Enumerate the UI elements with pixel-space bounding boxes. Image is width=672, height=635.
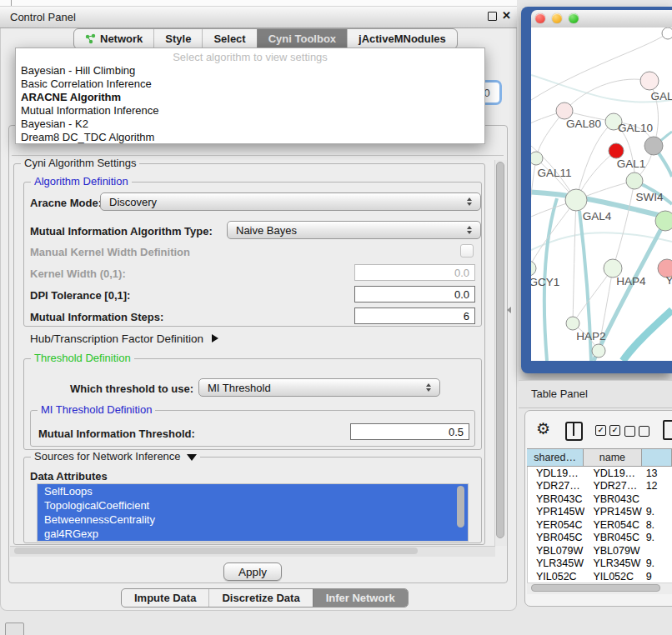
dropdown-item-mutual-information-inference[interactable]: Mutual Information Inference [16, 104, 484, 118]
table-row[interactable]: YDR27…YDR27…12 [528, 480, 672, 493]
table-row[interactable]: YBR045CYBR045C9. [528, 532, 672, 545]
table-cell: YDL19… [584, 468, 642, 479]
tab-infer-network[interactable]: Infer Network [313, 589, 408, 607]
table-cell: 9. [643, 506, 672, 518]
data-attributes-list[interactable]: SelfLoopsTopologicalCoefficientBetweenne… [37, 483, 469, 542]
network-edge [573, 200, 576, 323]
close-light[interactable] [535, 13, 545, 23]
split-view-icon[interactable] [565, 422, 583, 441]
tab-impute-data[interactable]: Impute Data [122, 589, 208, 607]
data-attributes-label: Data Attributes [30, 470, 108, 482]
column-header-name[interactable]: name [584, 449, 641, 466]
network-node[interactable] [662, 28, 672, 39]
deselect-all-icon[interactable] [624, 426, 649, 437]
attribute-item-gal4rgexp[interactable]: gal4RGexp [38, 527, 468, 541]
table-cell: YLR345W [584, 558, 642, 569]
network-icon [85, 33, 96, 44]
network-node-gal80[interactable] [556, 102, 573, 119]
tab-label: Style [165, 32, 191, 45]
aracne-mode-value: Discovery [101, 196, 462, 208]
table-row[interactable]: YPR145WYPR145W9. [528, 506, 672, 519]
settings-hscrollbar-thumb[interactable] [14, 548, 418, 554]
select-all-icon[interactable]: ✓✓ [595, 425, 620, 436]
dropdown-item-basic-correlation-inference[interactable]: Basic Correlation Inference [16, 78, 484, 91]
kernel-width-field[interactable] [354, 264, 475, 281]
table-icon[interactable] [663, 420, 672, 440]
screen: Control Panel ✕ NetworkStyleSelectCyni T… [0, 0, 672, 635]
tab-cyni-toolbox[interactable]: Cyni Toolbox [257, 29, 347, 48]
tab-select[interactable]: Select [202, 29, 256, 48]
mi-threshold-field[interactable] [350, 423, 469, 440]
gear-icon[interactable]: ⚙ [536, 419, 550, 438]
attribute-item-topologicalcoefficient[interactable]: TopologicalCoefficient [38, 498, 468, 512]
network-node[interactable] [592, 344, 605, 358]
table-body[interactable]: YDL19…YDL19…13YDR27…YDR27…12YBR043CYBR04… [527, 467, 672, 582]
table-header-row: shared…name [527, 448, 672, 467]
cyni-algorithm-settings-legend: Cyni Algorithm Settings [21, 157, 139, 169]
minimized-panel-icon[interactable] [5, 622, 24, 635]
minimize-light[interactable] [552, 13, 562, 23]
sources-legend[interactable]: Sources for Network Inference [31, 450, 200, 462]
network-node-label: GAL1 [617, 158, 646, 170]
table-cell: YER054C [528, 519, 584, 531]
network-canvas[interactable]: GALGAL80GAL10GAL11GAL1SWI4GAL4GCY1HAP4YH… [531, 28, 672, 361]
column-header-shared[interactable]: shared… [527, 449, 584, 466]
dropdown-item-dream8-dc-tdc-algorithm[interactable]: Dream8 DC_TDC Algorithm [16, 131, 484, 144]
zoom-light[interactable] [569, 13, 579, 23]
dropdown-item-bayesian-hill-climbing[interactable]: Bayesian - Hill Climbing [16, 64, 484, 78]
network-node-gal[interactable] [640, 72, 659, 90]
which-threshold-select[interactable]: MI Threshold [198, 378, 440, 397]
splitter-handle[interactable] [507, 307, 511, 313]
attribute-item-betweennesscentrality[interactable]: BetweennessCentrality [38, 512, 468, 527]
manual-kernel-checkbox[interactable] [460, 244, 474, 258]
table-panel-title: Table Panel [531, 388, 588, 400]
mi-threshold-label: Mutual Information Threshold: [38, 428, 195, 440]
attribute-item-selfloops[interactable]: SelfLoops [38, 484, 468, 498]
close-icon[interactable]: ✕ [502, 9, 511, 22]
attributes-scrollbar-thumb[interactable] [457, 486, 464, 528]
network-node-gal4[interactable] [565, 189, 587, 211]
cyni-mode-tabbar: Impute DataDiscretize DataInfer Network [121, 588, 409, 608]
table-row[interactable]: YBL079WYBL079W [528, 544, 672, 558]
network-node-hap2[interactable] [566, 317, 579, 330]
column-header-2[interactable] [642, 449, 672, 466]
dpi-tolerance-field[interactable] [354, 286, 475, 302]
tab-label: Network [100, 32, 143, 45]
table-cell: YIL052C [584, 571, 642, 582]
table-row[interactable]: YLR345WYLR345W9. [528, 558, 672, 571]
network-node-label: GAL [650, 90, 672, 102]
mi-type-select[interactable]: Naive Bayes [227, 221, 481, 239]
network-node-swi4[interactable] [655, 211, 672, 231]
tab-discretize-data[interactable]: Discretize Data [208, 589, 312, 607]
tab-jactivemnodules[interactable]: jActiveMNodules [347, 29, 457, 48]
network-node-gcy1[interactable] [531, 261, 536, 276]
tab-label: Select [213, 32, 245, 45]
table-row[interactable]: YER054CYER054C8. [528, 518, 672, 532]
table-hscrollbar-thumb[interactable] [531, 584, 660, 592]
hub-definition-toggle[interactable]: Hub/Transcription Factor Definition [30, 332, 218, 345]
table-cell: 9 [643, 571, 672, 582]
settings-vscrollbar-thumb[interactable] [496, 162, 504, 538]
network-node-gal11[interactable] [531, 152, 543, 165]
network-node[interactable] [644, 137, 663, 155]
dropdown-item-bayesian-k2[interactable]: Bayesian - K2 [16, 118, 484, 131]
table-row[interactable]: YBR043CYBR043C [528, 492, 672, 506]
table-cell: YER054C [584, 519, 642, 531]
table-cell: 9. [643, 558, 672, 569]
float-icon[interactable] [488, 12, 497, 21]
mi-steps-field[interactable] [354, 308, 475, 324]
tab-style[interactable]: Style [153, 29, 202, 48]
table-cell: YPR145W [528, 506, 584, 518]
network-node-label: HAP2 [576, 330, 605, 342]
network-node[interactable] [609, 143, 624, 158]
tab-network[interactable]: Network [74, 29, 153, 48]
manual-kernel-label: Manual Kernel Width Definition [30, 246, 190, 258]
aracne-mode-select[interactable]: Discovery [100, 192, 481, 211]
table-cell: YBR045C [584, 532, 642, 543]
dropdown-item-aracne-algorithm[interactable]: ARACNE Algorithm [16, 91, 484, 104]
apply-button[interactable]: Apply [223, 562, 282, 581]
table-row[interactable]: YDL19…YDL19…13 [528, 467, 672, 480]
network-edge [573, 268, 613, 323]
network-node-gal1[interactable] [626, 172, 643, 189]
table-row[interactable]: YIL052CYIL052C9 [528, 570, 672, 582]
